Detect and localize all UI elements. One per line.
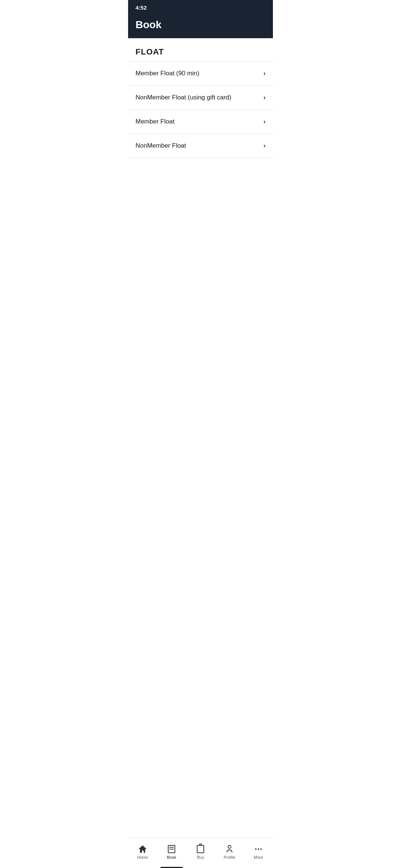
list-item-label: NonMember Float <box>136 142 186 149</box>
list-item-label: NonMember Float (using gift card) <box>136 94 231 101</box>
list-item-label: Member Float (90 min) <box>136 70 199 77</box>
status-bar: 4:52 <box>128 0 273 14</box>
section-header: FLOAT <box>128 38 273 61</box>
float-list: Member Float (90 min) › NonMember Float … <box>128 61 273 158</box>
chevron-right-icon: › <box>264 94 265 101</box>
list-item-label: Member Float <box>136 118 175 125</box>
page-title: Book <box>136 19 265 31</box>
chevron-right-icon: › <box>264 118 265 125</box>
header: Book <box>128 14 273 38</box>
status-time: 4:52 <box>136 4 147 11</box>
list-item-member-float[interactable]: Member Float › <box>128 110 273 134</box>
empty-content <box>128 158 273 343</box>
list-item-nonmember-float[interactable]: NonMember Float › <box>128 134 273 158</box>
list-item-member-float-90[interactable]: Member Float (90 min) › <box>128 62 273 86</box>
chevron-right-icon: › <box>264 70 265 77</box>
chevron-right-icon: › <box>264 142 265 149</box>
section-title: FLOAT <box>136 47 265 57</box>
content-area: FLOAT Member Float (90 min) › NonMember … <box>128 38 273 343</box>
list-item-nonmember-float-gift[interactable]: NonMember Float (using gift card) › <box>128 86 273 110</box>
